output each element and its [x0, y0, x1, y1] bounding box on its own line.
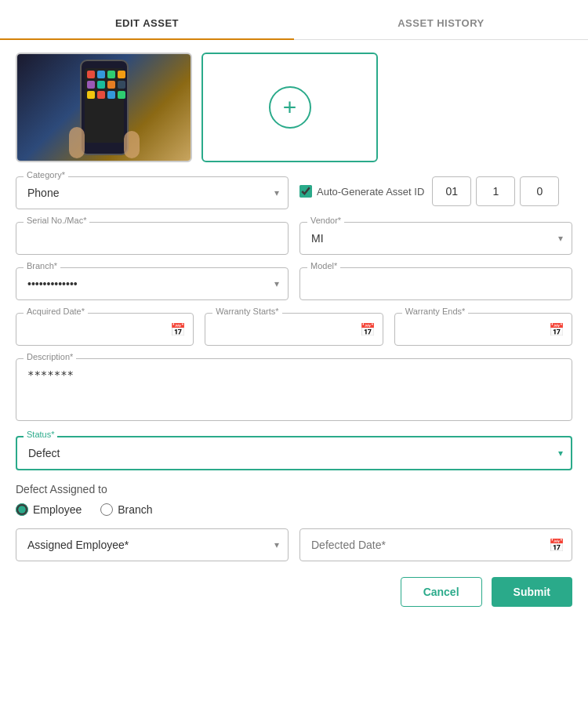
status-label: Status*: [24, 430, 57, 439]
status-row: Status* Defect ▾: [16, 436, 572, 470]
autogen-checkbox[interactable]: [299, 185, 312, 198]
svg-rect-4: [107, 71, 115, 78]
asset-image: [16, 53, 192, 162]
vendor-label: Vendor*: [307, 216, 344, 225]
action-buttons: Cancel Submit: [16, 577, 572, 622]
asset-id-part2: 1: [476, 176, 515, 206]
plus-icon: +: [269, 86, 311, 129]
model-label: Model*: [307, 261, 340, 270]
autogen-field: Auto-Generate Asset ID 01 1 0: [299, 176, 572, 209]
svg-rect-15: [124, 131, 140, 158]
warranty-ends-input[interactable]: 01/01/2022: [394, 313, 572, 346]
defected-date-field: 📅: [299, 528, 572, 561]
warranty-starts-field: Warranty Starts* 01/01/2022 📅: [205, 313, 383, 346]
asset-id-part3: 0: [520, 176, 559, 206]
description-textarea[interactable]: *******: [16, 358, 572, 421]
model-field: Model* 98989999: [299, 267, 572, 300]
warranty-starts-input[interactable]: 01/01/2022: [205, 313, 383, 346]
svg-rect-14: [69, 127, 85, 158]
dates-row: Acquired Date* 01/01/2022 📅 Warranty Sta…: [16, 313, 572, 346]
acquired-date-label: Acquired Date*: [24, 307, 88, 316]
serial-label: Serial No./Mac*: [24, 216, 89, 225]
acquired-date-input[interactable]: 01/01/2022: [16, 313, 194, 346]
svg-rect-8: [107, 81, 115, 89]
description-row: Description* *******: [16, 358, 572, 423]
svg-rect-3: [97, 71, 105, 78]
defect-radio-group: Employee Branch: [16, 503, 572, 516]
description-label: Description*: [24, 352, 76, 361]
radio-employee-label[interactable]: Employee: [16, 503, 82, 516]
asset-id-boxes: 01 1 0: [432, 176, 559, 206]
svg-rect-2: [87, 71, 95, 78]
branch-label: Branch*: [24, 261, 60, 270]
radio-branch-label[interactable]: Branch: [100, 503, 152, 516]
radio-employee[interactable]: [16, 503, 28, 516]
branch-model-row: Branch* ••••••••••••• ▾ Model* 98989999: [16, 267, 572, 300]
warranty-ends-label: Warranty Ends*: [402, 307, 469, 316]
defect-title: Defect Assigned to: [16, 483, 572, 495]
tab-edit-asset[interactable]: EDIT ASSET: [0, 8, 294, 40]
add-image-button[interactable]: +: [201, 53, 378, 162]
serial-field: Serial No./Mac* 0000: [16, 222, 289, 255]
radio-branch[interactable]: [100, 503, 113, 516]
tab-asset-history[interactable]: ASSET HISTORY: [294, 8, 588, 39]
acquired-date-field: Acquired Date* 01/01/2022 📅: [16, 313, 194, 346]
vendor-field: Vendor* MI ▾: [299, 222, 572, 255]
serial-vendor-row: Serial No./Mac* 0000 Vendor* MI ▾: [16, 222, 572, 255]
category-field: Category* Phone ▾: [16, 176, 289, 209]
svg-rect-10: [87, 91, 95, 99]
defect-section: Defect Assigned to Employee Branch: [16, 483, 572, 516]
cancel-button[interactable]: Cancel: [401, 577, 482, 607]
svg-rect-6: [87, 81, 95, 89]
svg-rect-7: [97, 81, 105, 89]
category-row: Category* Phone ▾ Auto-Generate Asset ID…: [16, 176, 572, 209]
status-field: Status* Defect ▾: [16, 436, 572, 470]
image-row: +: [16, 53, 572, 162]
assign-date-row: Assigned Employee* ▾ 📅: [16, 528, 572, 561]
svg-rect-13: [118, 91, 125, 99]
svg-rect-5: [118, 71, 125, 78]
tabs: EDIT ASSET ASSET HISTORY: [0, 0, 588, 40]
assigned-employee-field: Assigned Employee* ▾: [16, 528, 289, 561]
serial-input[interactable]: 0000: [16, 222, 289, 255]
svg-rect-12: [107, 91, 115, 99]
svg-rect-11: [97, 91, 105, 99]
branch-select[interactable]: •••••••••••••: [16, 267, 289, 300]
form-content: + Category* Phone ▾ Auto-Generate Asset …: [0, 40, 588, 635]
branch-field: Branch* ••••••••••••• ▾: [16, 267, 289, 300]
category-label: Category*: [24, 170, 68, 180]
model-input[interactable]: 98989999: [299, 267, 572, 300]
defected-date-input[interactable]: [299, 528, 572, 561]
description-field: Description* *******: [16, 358, 572, 423]
warranty-ends-field: Warranty Ends* 01/01/2022 📅: [394, 313, 572, 346]
warranty-starts-label: Warranty Starts*: [212, 307, 281, 316]
asset-id-part1: 01: [432, 176, 471, 206]
submit-button[interactable]: Submit: [492, 577, 572, 607]
assigned-employee-select[interactable]: Assigned Employee*: [16, 528, 289, 561]
vendor-select[interactable]: MI: [299, 222, 572, 255]
autogen-checkbox-label[interactable]: Auto-Generate Asset ID: [299, 185, 424, 198]
status-select[interactable]: Defect: [16, 436, 572, 470]
svg-rect-1: [85, 68, 124, 143]
svg-rect-9: [118, 81, 125, 89]
category-select[interactable]: Phone: [16, 176, 289, 209]
